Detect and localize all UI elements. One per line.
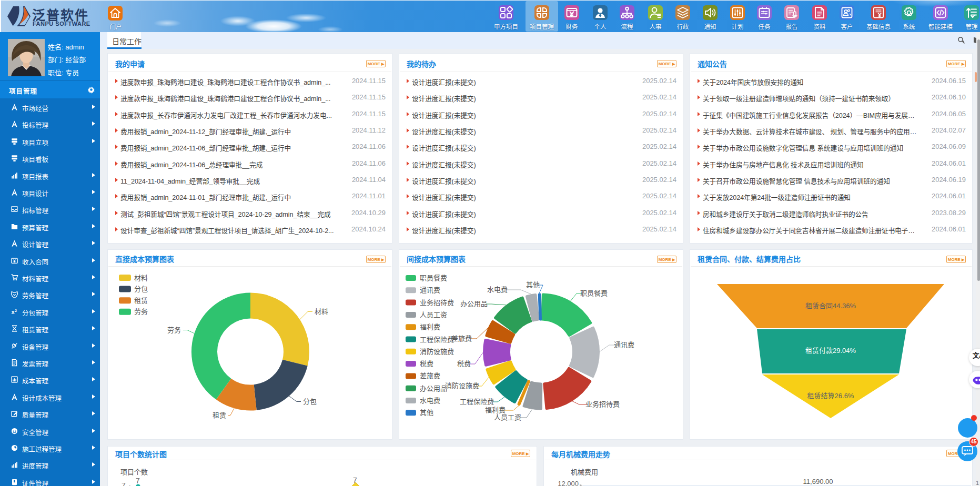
svg-text:2: 2 <box>15 308 17 312</box>
svg-text:工程保险费: 工程保险费 <box>420 336 454 343</box>
svg-text:机械费用: 机械费用 <box>571 468 598 476</box>
svg-text:办公用品: 办公用品 <box>420 384 447 392</box>
svg-text:职员餐费: 职员餐费 <box>420 274 447 282</box>
svg-text:租赁结算26.6%: 租赁结算26.6% <box>807 392 854 400</box>
svg-text:差旅费: 差旅费 <box>420 372 440 380</box>
svg-text:7: 7 <box>136 477 140 485</box>
svg-text:材料: 材料 <box>134 274 148 282</box>
svg-text:水电费: 水电费 <box>420 397 440 404</box>
svg-text:消防设施费: 消防设施费 <box>445 382 479 390</box>
svg-text:水电费: 水电费 <box>487 286 508 293</box>
svg-text:11,690.00: 11,690.00 <box>803 478 833 485</box>
svg-text:分包: 分包 <box>134 285 148 293</box>
svg-text:税费: 税费 <box>420 360 433 368</box>
svg-text:租赁: 租赁 <box>213 411 226 419</box>
svg-text:人员工资: 人员工资 <box>494 413 521 421</box>
svg-text:工程保险费: 工程保险费 <box>460 398 494 406</box>
svg-text:消防设施费: 消防设施费 <box>420 348 454 356</box>
svg-text:人员工资: 人员工资 <box>420 311 447 319</box>
svg-text:租赁付款29.04%: 租赁付款29.04% <box>805 347 856 355</box>
svg-text:通讯费: 通讯费 <box>420 286 440 294</box>
svg-text:福利费: 福利费 <box>485 406 506 414</box>
svg-text:业务招待费: 业务招待费 <box>420 299 454 307</box>
svg-text:业务招待费: 业务招待费 <box>585 400 620 408</box>
svg-text:分包: 分包 <box>303 398 317 406</box>
svg-text:x: x <box>12 309 15 315</box>
svg-text:12,000: 12,000 <box>558 480 579 486</box>
svg-text:差旅费: 差旅费 <box>451 335 472 342</box>
svg-text:办公用品: 办公用品 <box>460 300 488 308</box>
svg-text:其他: 其他 <box>420 409 433 417</box>
svg-text:7: 7 <box>122 481 126 486</box>
svg-text:税费: 税费 <box>457 360 471 368</box>
svg-text:通讯费: 通讯费 <box>614 341 634 349</box>
svg-text:其他: 其他 <box>526 281 540 289</box>
svg-text:福利费: 福利费 <box>420 323 440 331</box>
svg-text:租赁合同44.36%: 租赁合同44.36% <box>805 302 856 310</box>
svg-text:劳务: 劳务 <box>134 308 148 316</box>
svg-text:租赁: 租赁 <box>134 297 148 305</box>
svg-text:职员餐费: 职员餐费 <box>580 289 608 297</box>
svg-text:材料: 材料 <box>315 308 328 316</box>
svg-text:项目个数: 项目个数 <box>120 468 148 476</box>
svg-text:劳务: 劳务 <box>167 326 181 334</box>
